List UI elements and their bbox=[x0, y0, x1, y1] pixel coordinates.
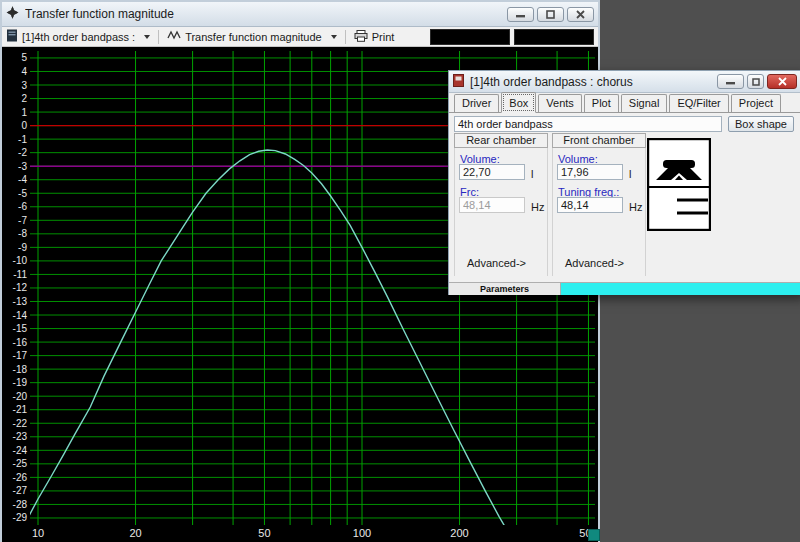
y-axis-tick-label: -28 bbox=[13, 499, 28, 510]
rear-chamber-group: Rear chamber Volume: l Frc: Hz Advanced-… bbox=[454, 133, 548, 276]
bandpass-dialog: [1]4th order bandpass : chorus Driver Bo… bbox=[448, 70, 800, 295]
cursor-readout-frequency bbox=[430, 29, 510, 45]
y-axis-tick-label: 2 bbox=[21, 93, 27, 104]
y-axis-tick-label: -24 bbox=[13, 445, 28, 456]
minimize-button[interactable] bbox=[507, 7, 534, 22]
waveform-icon bbox=[167, 30, 181, 43]
x-axis-tick-label: 20 bbox=[129, 527, 141, 539]
y-axis-tick-label: -1 bbox=[18, 134, 27, 145]
frc-input bbox=[459, 197, 525, 213]
restore-button[interactable] bbox=[537, 7, 564, 22]
box-shape-button[interactable]: Box shape bbox=[728, 116, 794, 132]
y-axis-tick-label: -16 bbox=[13, 337, 28, 348]
tab-vents[interactable]: Vents bbox=[538, 94, 582, 112]
y-axis-tick-label: -18 bbox=[13, 364, 28, 375]
rear-volume-unit: l bbox=[531, 168, 533, 180]
y-axis-tick-label: -17 bbox=[13, 350, 28, 361]
y-axis-tick-label: -14 bbox=[13, 310, 28, 321]
y-axis-tick-label: -29 bbox=[13, 512, 28, 523]
front-chamber-group: Front chamber Volume: l Tuning freq.: Hz… bbox=[552, 133, 646, 276]
y-axis-tick-label: -5 bbox=[18, 188, 27, 199]
print-button-label: Print bbox=[372, 31, 395, 43]
y-axis-tick-label: 4 bbox=[21, 66, 27, 77]
box-name-field[interactable] bbox=[454, 116, 722, 132]
toolbar-separator bbox=[345, 30, 346, 44]
tab-strip: Driver Box Vents Plot Signal EQ/Filter P… bbox=[449, 94, 800, 113]
y-axis-tick-label: -21 bbox=[13, 404, 28, 415]
dialog-status-bar: Parameters bbox=[449, 282, 800, 295]
tab-box[interactable]: Box bbox=[501, 92, 536, 113]
y-axis-tick-label: -6 bbox=[18, 201, 27, 212]
y-axis-tick-label: -11 bbox=[13, 269, 27, 280]
y-axis-tick-label: -12 bbox=[13, 282, 28, 293]
rear-advanced-button[interactable]: Advanced-> bbox=[463, 255, 530, 271]
window-title: Transfer function magnitude bbox=[25, 7, 507, 21]
bandpass-box-icon bbox=[647, 138, 711, 231]
y-axis-tick-label: -15 bbox=[13, 323, 28, 334]
y-axis-tick-label: 0 bbox=[21, 120, 27, 131]
front-advanced-button[interactable]: Advanced-> bbox=[561, 255, 628, 271]
y-axis-tick-label: -2 bbox=[18, 147, 27, 158]
cursor-readout-value bbox=[514, 29, 594, 45]
y-axis-tick-label: -10 bbox=[13, 255, 28, 266]
x-axis-tick-label: 10 bbox=[32, 527, 44, 539]
plot-toolbar: [1]4th order bandpass : Transfer functio… bbox=[2, 27, 598, 47]
dialog-close-button[interactable] bbox=[767, 74, 797, 89]
x-axis-tick-label: 50 bbox=[258, 527, 270, 539]
toolbar-separator bbox=[158, 30, 159, 44]
frc-unit: Hz bbox=[531, 201, 544, 213]
crosshair-icon bbox=[6, 5, 19, 23]
window-titlebar[interactable]: Transfer function magnitude bbox=[2, 2, 598, 27]
dialog-titlebar[interactable]: [1]4th order bandpass : chorus bbox=[449, 71, 800, 93]
y-axis-tick-label: -3 bbox=[18, 161, 27, 172]
y-axis-tick-label: 5 bbox=[21, 52, 27, 63]
y-axis-tick-label: -19 bbox=[13, 377, 28, 388]
tab-eq-filter[interactable]: EQ/Filter bbox=[669, 94, 728, 112]
plot-type-selector[interactable]: Transfer function magnitude bbox=[163, 28, 341, 46]
printer-icon bbox=[354, 30, 368, 44]
project-icon bbox=[6, 29, 18, 44]
close-button[interactable] bbox=[567, 7, 594, 22]
y-axis-tick-label: 1 bbox=[21, 107, 27, 118]
y-axis-tick-label: -9 bbox=[18, 242, 27, 253]
y-axis-tick-label: -8 bbox=[18, 228, 27, 239]
front-chamber-header[interactable]: Front chamber bbox=[552, 133, 646, 148]
y-axis-tick-label: -13 bbox=[13, 296, 28, 307]
tab-driver[interactable]: Driver bbox=[454, 94, 499, 112]
chevron-down-icon bbox=[144, 35, 150, 39]
y-axis-tick-label: -22 bbox=[13, 418, 28, 429]
x-axis-tick-label: 100 bbox=[353, 527, 371, 539]
tuning-freq-unit: Hz bbox=[629, 201, 642, 213]
parameters-label: Parameters bbox=[449, 283, 561, 295]
tab-plot[interactable]: Plot bbox=[584, 94, 619, 112]
box-shape-diagram bbox=[647, 138, 711, 231]
y-axis-tick-label: -23 bbox=[13, 431, 28, 442]
progress-bar bbox=[561, 283, 800, 295]
front-volume-unit: l bbox=[629, 168, 631, 180]
tuning-freq-input[interactable] bbox=[557, 197, 623, 213]
y-axis-tick-label: -7 bbox=[18, 215, 27, 226]
dialog-maximize-button[interactable] bbox=[747, 74, 764, 89]
y-axis-tick-label: -26 bbox=[13, 472, 28, 483]
tab-signal[interactable]: Signal bbox=[621, 94, 668, 112]
document-icon bbox=[453, 73, 464, 91]
front-volume-input[interactable] bbox=[557, 164, 623, 180]
y-axis-tick-label: -4 bbox=[18, 174, 27, 185]
y-axis-tick-label: 3 bbox=[21, 80, 27, 91]
rear-chamber-header[interactable]: Rear chamber bbox=[454, 133, 548, 148]
dialog-minimize-button[interactable] bbox=[717, 74, 744, 89]
project-selector[interactable]: [1]4th order bandpass : bbox=[18, 28, 154, 46]
dialog-body: Driver Box Vents Plot Signal EQ/Filter P… bbox=[449, 93, 800, 295]
dialog-title: [1]4th order bandpass : chorus bbox=[470, 75, 717, 89]
x-axis-tick-label: 200 bbox=[450, 527, 468, 539]
rear-volume-input[interactable] bbox=[459, 164, 525, 180]
tab-project[interactable]: Project bbox=[731, 94, 781, 112]
chevron-down-icon bbox=[331, 35, 337, 39]
corner-grip[interactable] bbox=[588, 529, 600, 541]
y-axis-tick-label: -27 bbox=[13, 485, 28, 496]
y-axis-tick-label: -25 bbox=[13, 458, 28, 469]
y-axis-tick-label: -20 bbox=[13, 391, 28, 402]
project-selector-label: [1]4th order bandpass : bbox=[22, 31, 135, 43]
print-button[interactable]: Print bbox=[350, 28, 399, 46]
plot-type-selector-label: Transfer function magnitude bbox=[185, 31, 322, 43]
